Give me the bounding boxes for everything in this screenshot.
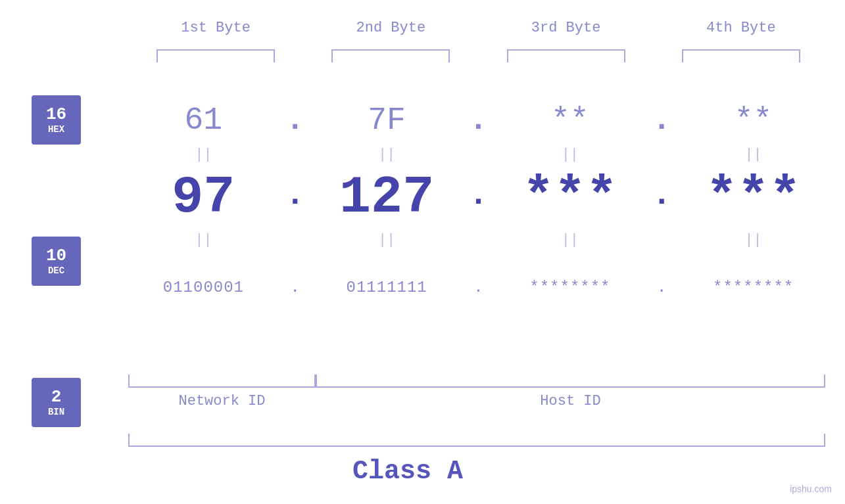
hex-text: HEX [48, 124, 64, 135]
bin-byte3-cell: ******** [495, 279, 646, 296]
dec-dot1: . [279, 176, 312, 219]
bracket-line-3 [507, 49, 625, 62]
network-id-bracket: Network ID [128, 375, 316, 409]
hex-byte1-value: 61 [185, 103, 223, 138]
hex-byte2-cell: 7F [312, 103, 462, 138]
dec-byte3-value: *** [523, 168, 617, 227]
bracket-box-4 [654, 49, 829, 62]
host-bracket-line [316, 375, 825, 388]
dec-byte3-cell: *** [495, 168, 646, 227]
hex-base-label: 16 HEX [32, 95, 81, 145]
bracket-box-1 [128, 49, 303, 62]
bracket-box-2 [303, 49, 478, 62]
dec-byte1-cell: 97 [128, 168, 279, 227]
hex-byte3-cell: ** [495, 103, 646, 138]
dec-byte2-value: 127 [339, 168, 434, 227]
host-id-bracket: Host ID [316, 375, 825, 409]
byte4-header: 4th Byte [654, 20, 829, 36]
dec-num: 10 [46, 247, 66, 264]
eq1-b3: || [495, 147, 646, 163]
eq2-b4: || [678, 232, 829, 248]
eq2-b1: || [128, 232, 279, 248]
eq1-b2: || [312, 147, 462, 163]
hex-dot3: . [645, 103, 678, 138]
byte-headers: 1st Byte 2nd Byte 3rd Byte 4th Byte [128, 20, 829, 36]
hex-byte3-value: ** [551, 103, 589, 138]
hex-num: 16 [46, 106, 66, 123]
hex-row: 61 . 7F . ** . ** [128, 95, 829, 145]
bracket-line-4 [682, 49, 800, 62]
hex-dot2: . [462, 103, 495, 138]
watermark: ipshu.com [790, 484, 832, 494]
network-id-label: Network ID [128, 393, 316, 409]
top-brackets [128, 49, 829, 62]
bracket-line-1 [157, 49, 275, 62]
dec-byte4-value: *** [706, 168, 801, 227]
dec-text: DEC [48, 265, 64, 276]
bin-dot3: . [645, 279, 678, 296]
bin-row: 01100001 . 01111111 . ******** . *******… [128, 263, 829, 312]
host-id-label: Host ID [316, 393, 825, 409]
dec-dot3: . [645, 176, 678, 219]
network-bracket-line [128, 375, 316, 388]
class-label: Class A [0, 457, 815, 486]
eq2-b3: || [495, 232, 646, 248]
outer-bracket [128, 434, 825, 447]
bracket-box-3 [479, 49, 654, 62]
hex-byte1-cell: 61 [128, 103, 279, 138]
bin-byte1-value: 01100001 [163, 279, 244, 296]
bin-num: 2 [51, 388, 62, 405]
byte1-header: 1st Byte [128, 20, 303, 36]
hex-byte4-cell: ** [678, 103, 829, 138]
equals-sep-1: || || || || [128, 145, 829, 164]
hex-dot1: . [279, 103, 312, 138]
bin-byte4-value: ******** [713, 279, 794, 296]
dec-byte2-cell: 127 [312, 168, 462, 227]
bin-byte3-value: ******** [529, 279, 610, 296]
dec-base-label: 10 DEC [32, 237, 81, 286]
bin-text: BIN [48, 407, 64, 417]
bin-dot2: . [462, 279, 495, 296]
dec-byte4-cell: *** [678, 168, 829, 227]
bracket-line-2 [331, 49, 450, 62]
main-container: 1st Byte 2nd Byte 3rd Byte 4th Byte 16 H… [0, 0, 845, 504]
eq1-b1: || [128, 147, 279, 163]
hex-byte2-value: 7F [368, 103, 406, 138]
eq2-b2: || [312, 232, 462, 248]
bin-dot1: . [279, 279, 312, 296]
rows-container: 61 . 7F . ** . ** || || [128, 95, 829, 312]
bin-byte2-value: 01111111 [347, 279, 427, 296]
equals-sep-2: || || || || [128, 230, 829, 250]
hex-byte4-value: ** [735, 103, 773, 138]
dec-dot2: . [462, 176, 495, 219]
eq1-b4: || [678, 147, 829, 163]
bin-byte1-cell: 01100001 [128, 279, 279, 296]
byte2-header: 2nd Byte [303, 20, 478, 36]
dec-byte1-value: 97 [172, 168, 235, 227]
bin-byte2-cell: 01111111 [312, 279, 462, 296]
bin-base-label: 2 BIN [32, 378, 81, 427]
dec-row: 97 . 127 . *** . *** [128, 164, 829, 230]
bin-byte4-cell: ******** [678, 279, 829, 296]
base-labels: 16 HEX 10 DEC 2 BIN [32, 95, 81, 427]
byte3-header: 3rd Byte [479, 20, 654, 36]
